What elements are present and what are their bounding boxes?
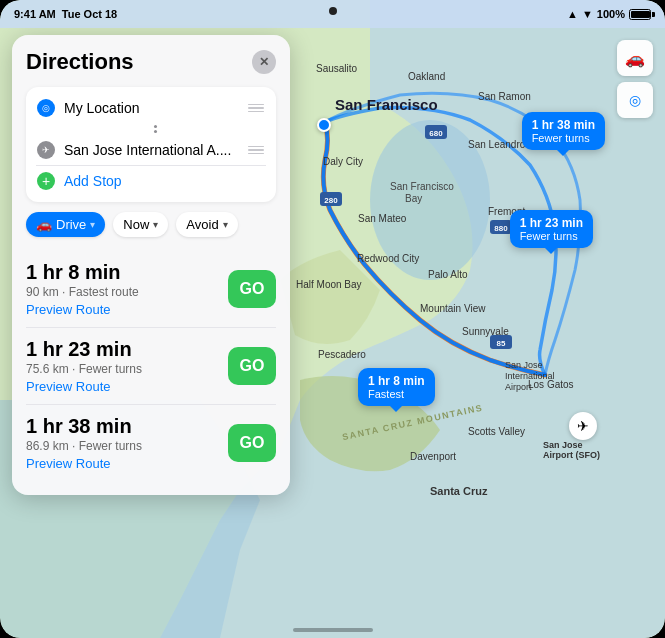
from-row: ◎ My Location	[36, 93, 266, 123]
from-text[interactable]: My Location	[64, 100, 238, 116]
location-icon: ▲	[567, 8, 578, 20]
route-info-1: 1 hr 8 min 90 km · Fastest route Preview…	[26, 261, 218, 317]
battery-icon	[629, 9, 651, 20]
svg-text:Los Gatos: Los Gatos	[528, 379, 574, 390]
svg-text:San Jose: San Jose	[505, 360, 543, 370]
callout-fastest-label: Fastest	[368, 388, 425, 400]
now-button[interactable]: Now ▾	[113, 212, 168, 237]
drive-label: Drive	[56, 217, 86, 232]
to-text[interactable]: San Jose International A....	[64, 142, 238, 158]
svg-text:San Francisco: San Francisco	[335, 96, 438, 113]
callout-fewer-turns-mid[interactable]: 1 hr 23 min Fewer turns	[510, 210, 593, 248]
svg-text:San Francisco: San Francisco	[390, 181, 454, 192]
to-drag-handle	[246, 144, 266, 157]
transport-options: 🚗 Drive ▾ Now ▾ Avoid ▾	[26, 212, 276, 237]
add-icon: +	[37, 172, 55, 190]
from-drag-handle	[246, 102, 266, 115]
route-details-2: 75.6 km · Fewer turns	[26, 362, 218, 376]
svg-text:Oakland: Oakland	[408, 71, 445, 82]
go-button-2[interactable]: GO	[228, 347, 276, 385]
wifi-icon: ▼	[582, 8, 593, 20]
callout-mid-label: Fewer turns	[520, 230, 583, 242]
route-details-1: 90 km · Fastest route	[26, 285, 218, 299]
drive-icon: 🚗	[36, 217, 52, 232]
now-chevron: ▾	[153, 219, 158, 230]
drive-chevron: ▾	[90, 219, 95, 230]
route-option-3: 1 hr 38 min 86.9 km · Fewer turns Previe…	[26, 405, 276, 481]
callout-top-label: Fewer turns	[532, 132, 595, 144]
svg-text:280: 280	[324, 196, 338, 205]
svg-text:Half Moon Bay: Half Moon Bay	[296, 279, 362, 290]
callout-fastest-time: 1 hr 8 min	[368, 374, 425, 388]
avoid-chevron: ▾	[223, 219, 228, 230]
svg-text:Sunnyvale: Sunnyvale	[462, 326, 509, 337]
go-button-3[interactable]: GO	[228, 424, 276, 462]
svg-text:Davenport: Davenport	[410, 451, 456, 462]
svg-text:Santa Cruz: Santa Cruz	[430, 485, 488, 497]
svg-text:Sausalito: Sausalito	[316, 63, 358, 74]
device-frame: 280 680 880 85 San Francisco Sausalito O…	[0, 0, 665, 638]
svg-text:85: 85	[497, 339, 506, 348]
callout-mid-time: 1 hr 23 min	[520, 216, 583, 230]
map-side-buttons: 🚗 ◎	[617, 40, 653, 118]
panel-title: Directions	[26, 49, 134, 75]
route-time-1: 1 hr 8 min	[26, 261, 218, 284]
svg-text:Pescadero: Pescadero	[318, 349, 366, 360]
battery-level: 100%	[597, 8, 625, 20]
drive-mode-btn[interactable]: 🚗	[617, 40, 653, 76]
route-option-2: 1 hr 23 min 75.6 km · Fewer turns Previe…	[26, 328, 276, 405]
route-preview-2[interactable]: Preview Route	[26, 379, 218, 394]
svg-text:San Ramon: San Ramon	[478, 91, 531, 102]
svg-text:San Mateo: San Mateo	[358, 213, 407, 224]
route-preview-3[interactable]: Preview Route	[26, 456, 218, 471]
route-time-2: 1 hr 23 min	[26, 338, 218, 361]
svg-text:Daly City: Daly City	[323, 156, 363, 167]
go-button-1[interactable]: GO	[228, 270, 276, 308]
svg-text:680: 680	[429, 129, 443, 138]
add-stop-text[interactable]: Add Stop	[64, 173, 266, 189]
svg-text:Scotts Valley: Scotts Valley	[468, 426, 525, 437]
to-icon: ✈	[36, 140, 56, 160]
callout-top-time: 1 hr 38 min	[532, 118, 595, 132]
sf-location-dot	[317, 118, 331, 132]
svg-text:880: 880	[494, 224, 508, 233]
from-icon: ◎	[36, 98, 56, 118]
directions-panel: Directions ✕ ◎ My Location ✈ San	[12, 35, 290, 495]
route-option-1: 1 hr 8 min 90 km · Fastest route Preview…	[26, 251, 276, 328]
callout-fewer-turns-top[interactable]: 1 hr 38 min Fewer turns	[522, 112, 605, 150]
route-details-3: 86.9 km · Fewer turns	[26, 439, 218, 453]
status-date: Tue Oct 18	[62, 8, 117, 20]
location-icon: ◎	[37, 99, 55, 117]
airport-icon: ✈	[37, 141, 55, 159]
svg-text:Redwood City: Redwood City	[357, 253, 419, 264]
location-center-btn[interactable]: ◎	[617, 82, 653, 118]
dots-connector	[36, 125, 266, 133]
home-indicator	[293, 628, 373, 632]
close-button[interactable]: ✕	[252, 50, 276, 74]
status-time: 9:41 AM	[14, 8, 56, 20]
route-preview-1[interactable]: Preview Route	[26, 302, 218, 317]
drive-button[interactable]: 🚗 Drive ▾	[26, 212, 105, 237]
svg-text:Mountain View: Mountain View	[420, 303, 486, 314]
route-info-2: 1 hr 23 min 75.6 km · Fewer turns Previe…	[26, 338, 218, 394]
panel-header: Directions ✕	[26, 49, 276, 75]
airport-marker: ✈	[569, 412, 597, 440]
svg-text:Bay: Bay	[405, 193, 422, 204]
to-row: ✈ San Jose International A....	[36, 135, 266, 165]
svg-text:Palo Alto: Palo Alto	[428, 269, 468, 280]
svg-text:San Leandro: San Leandro	[468, 139, 526, 150]
route-time-3: 1 hr 38 min	[26, 415, 218, 438]
avoid-label: Avoid	[186, 217, 218, 232]
avoid-button[interactable]: Avoid ▾	[176, 212, 237, 237]
callout-fastest[interactable]: 1 hr 8 min Fastest	[358, 368, 435, 406]
now-label: Now	[123, 217, 149, 232]
sfo-label: San JoseAirport (SFO)	[543, 440, 600, 460]
route-inputs: ◎ My Location ✈ San Jose International A…	[26, 87, 276, 202]
route-info-3: 1 hr 38 min 86.9 km · Fewer turns Previe…	[26, 415, 218, 471]
add-stop-row[interactable]: + Add Stop	[36, 165, 266, 196]
add-stop-icon: +	[36, 171, 56, 191]
front-camera	[329, 7, 337, 15]
